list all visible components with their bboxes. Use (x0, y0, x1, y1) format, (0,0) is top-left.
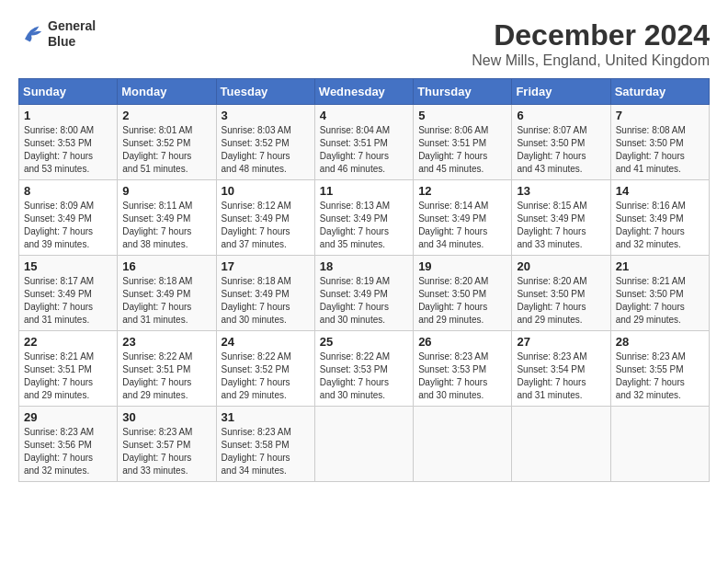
calendar-cell: 12Sunrise: 8:14 AM Sunset: 3:49 PM Dayli… (414, 180, 512, 256)
day-info: Sunrise: 8:23 AM Sunset: 3:53 PM Dayligh… (418, 350, 506, 402)
day-number: 21 (616, 259, 704, 273)
header-cell-wednesday: Wednesday (314, 79, 413, 105)
header-cell-monday: Monday (118, 79, 216, 105)
main-title: December 2024 (472, 18, 710, 52)
calendar-cell: 7Sunrise: 8:08 AM Sunset: 3:50 PM Daylig… (610, 105, 709, 180)
calendar-cell: 16Sunrise: 8:18 AM Sunset: 3:49 PM Dayli… (118, 256, 216, 331)
day-number: 19 (418, 259, 506, 273)
calendar-body: 1Sunrise: 8:00 AM Sunset: 3:53 PM Daylig… (19, 105, 710, 482)
day-info: Sunrise: 8:21 AM Sunset: 3:50 PM Dayligh… (616, 275, 704, 327)
day-number: 25 (320, 335, 408, 349)
day-number: 22 (24, 335, 112, 349)
day-number: 9 (122, 184, 210, 198)
day-info: Sunrise: 8:11 AM Sunset: 3:49 PM Dayligh… (122, 200, 210, 251)
day-number: 13 (517, 184, 605, 198)
day-number: 10 (222, 184, 310, 198)
day-info: Sunrise: 8:21 AM Sunset: 3:51 PM Dayligh… (24, 350, 112, 402)
day-info: Sunrise: 8:03 AM Sunset: 3:52 PM Dayligh… (222, 124, 310, 176)
calendar-cell: 3Sunrise: 8:03 AM Sunset: 3:52 PM Daylig… (216, 105, 314, 180)
day-number: 18 (320, 259, 408, 273)
calendar-cell: 14Sunrise: 8:16 AM Sunset: 3:49 PM Dayli… (610, 180, 709, 256)
calendar-cell: 11Sunrise: 8:13 AM Sunset: 3:49 PM Dayli… (314, 180, 413, 256)
day-number: 31 (222, 410, 310, 424)
day-number: 20 (517, 259, 605, 273)
day-info: Sunrise: 8:12 AM Sunset: 3:49 PM Dayligh… (222, 200, 310, 251)
day-info: Sunrise: 8:07 AM Sunset: 3:50 PM Dayligh… (517, 124, 605, 176)
day-number: 4 (320, 109, 408, 122)
day-number: 6 (517, 109, 605, 122)
day-info: Sunrise: 8:22 AM Sunset: 3:51 PM Dayligh… (122, 350, 210, 402)
day-info: Sunrise: 8:17 AM Sunset: 3:49 PM Dayligh… (24, 275, 112, 327)
calendar-week-3: 15Sunrise: 8:17 AM Sunset: 3:49 PM Dayli… (19, 256, 710, 331)
day-number: 3 (222, 109, 310, 122)
calendar-cell: 17Sunrise: 8:18 AM Sunset: 3:49 PM Dayli… (216, 256, 314, 331)
day-info: Sunrise: 8:14 AM Sunset: 3:49 PM Dayligh… (418, 200, 506, 251)
subtitle: New Mills, England, United Kingdom (472, 52, 710, 69)
day-number: 30 (122, 410, 210, 424)
header-cell-saturday: Saturday (610, 79, 709, 105)
calendar-table: SundayMondayTuesdayWednesdayThursdayFrid… (18, 78, 710, 482)
calendar-cell: 18Sunrise: 8:19 AM Sunset: 3:49 PM Dayli… (314, 256, 413, 331)
day-info: Sunrise: 8:01 AM Sunset: 3:52 PM Dayligh… (122, 124, 210, 176)
calendar-cell (314, 407, 413, 482)
calendar-cell: 19Sunrise: 8:20 AM Sunset: 3:50 PM Dayli… (414, 256, 512, 331)
day-number: 5 (418, 109, 506, 122)
day-number: 17 (222, 259, 310, 273)
calendar-cell: 5Sunrise: 8:06 AM Sunset: 3:51 PM Daylig… (414, 105, 512, 180)
day-number: 27 (517, 335, 605, 349)
day-number: 8 (24, 184, 112, 198)
calendar-cell: 8Sunrise: 8:09 AM Sunset: 3:49 PM Daylig… (19, 180, 118, 256)
calendar-cell: 27Sunrise: 8:23 AM Sunset: 3:54 PM Dayli… (512, 331, 610, 407)
day-info: Sunrise: 8:18 AM Sunset: 3:49 PM Dayligh… (222, 275, 310, 327)
day-info: Sunrise: 8:22 AM Sunset: 3:52 PM Dayligh… (222, 350, 310, 402)
day-number: 12 (418, 184, 506, 198)
calendar-cell: 24Sunrise: 8:22 AM Sunset: 3:52 PM Dayli… (216, 331, 314, 407)
day-number: 11 (320, 184, 408, 198)
calendar-cell: 28Sunrise: 8:23 AM Sunset: 3:55 PM Dayli… (610, 331, 709, 407)
day-info: Sunrise: 8:04 AM Sunset: 3:51 PM Dayligh… (320, 124, 408, 176)
calendar-week-1: 1Sunrise: 8:00 AM Sunset: 3:53 PM Daylig… (19, 105, 710, 180)
day-number: 1 (24, 109, 112, 122)
calendar-cell: 10Sunrise: 8:12 AM Sunset: 3:49 PM Dayli… (216, 180, 314, 256)
calendar-header: SundayMondayTuesdayWednesdayThursdayFrid… (19, 79, 710, 105)
day-number: 14 (616, 184, 704, 198)
calendar-cell: 25Sunrise: 8:22 AM Sunset: 3:53 PM Dayli… (314, 331, 413, 407)
day-info: Sunrise: 8:22 AM Sunset: 3:53 PM Dayligh… (320, 350, 408, 402)
header-cell-thursday: Thursday (414, 79, 512, 105)
day-number: 23 (122, 335, 210, 349)
day-info: Sunrise: 8:23 AM Sunset: 3:57 PM Dayligh… (122, 426, 210, 477)
day-info: Sunrise: 8:09 AM Sunset: 3:49 PM Dayligh… (24, 200, 112, 251)
logo-text-line1: General (48, 18, 96, 34)
day-number: 7 (616, 109, 704, 122)
calendar-cell: 6Sunrise: 8:07 AM Sunset: 3:50 PM Daylig… (512, 105, 610, 180)
page-header: General Blue December 2024 New Mills, En… (18, 18, 710, 69)
day-number: 15 (24, 259, 112, 273)
day-info: Sunrise: 8:20 AM Sunset: 3:50 PM Dayligh… (418, 275, 506, 327)
day-number: 28 (616, 335, 704, 349)
calendar-cell: 1Sunrise: 8:00 AM Sunset: 3:53 PM Daylig… (19, 105, 118, 180)
day-info: Sunrise: 8:19 AM Sunset: 3:49 PM Dayligh… (320, 275, 408, 327)
calendar-cell: 21Sunrise: 8:21 AM Sunset: 3:50 PM Dayli… (610, 256, 709, 331)
calendar-cell: 22Sunrise: 8:21 AM Sunset: 3:51 PM Dayli… (19, 331, 118, 407)
header-row: SundayMondayTuesdayWednesdayThursdayFrid… (19, 79, 710, 105)
calendar-cell: 30Sunrise: 8:23 AM Sunset: 3:57 PM Dayli… (118, 407, 216, 482)
day-info: Sunrise: 8:15 AM Sunset: 3:49 PM Dayligh… (517, 200, 605, 251)
calendar-week-5: 29Sunrise: 8:23 AM Sunset: 3:56 PM Dayli… (19, 407, 710, 482)
day-info: Sunrise: 8:23 AM Sunset: 3:55 PM Dayligh… (616, 350, 704, 402)
day-info: Sunrise: 8:20 AM Sunset: 3:50 PM Dayligh… (517, 275, 605, 327)
header-cell-tuesday: Tuesday (216, 79, 314, 105)
day-info: Sunrise: 8:23 AM Sunset: 3:56 PM Dayligh… (24, 426, 112, 477)
logo-icon (18, 21, 44, 47)
logo-text-line2: Blue (48, 34, 96, 50)
calendar-cell: 13Sunrise: 8:15 AM Sunset: 3:49 PM Dayli… (512, 180, 610, 256)
calendar-cell: 29Sunrise: 8:23 AM Sunset: 3:56 PM Dayli… (19, 407, 118, 482)
calendar-week-2: 8Sunrise: 8:09 AM Sunset: 3:49 PM Daylig… (19, 180, 710, 256)
calendar-week-4: 22Sunrise: 8:21 AM Sunset: 3:51 PM Dayli… (19, 331, 710, 407)
day-info: Sunrise: 8:08 AM Sunset: 3:50 PM Dayligh… (616, 124, 704, 176)
day-number: 26 (418, 335, 506, 349)
day-info: Sunrise: 8:23 AM Sunset: 3:58 PM Dayligh… (222, 426, 310, 477)
day-info: Sunrise: 8:00 AM Sunset: 3:53 PM Dayligh… (24, 124, 112, 176)
day-number: 24 (222, 335, 310, 349)
header-cell-sunday: Sunday (19, 79, 118, 105)
calendar-cell (512, 407, 610, 482)
